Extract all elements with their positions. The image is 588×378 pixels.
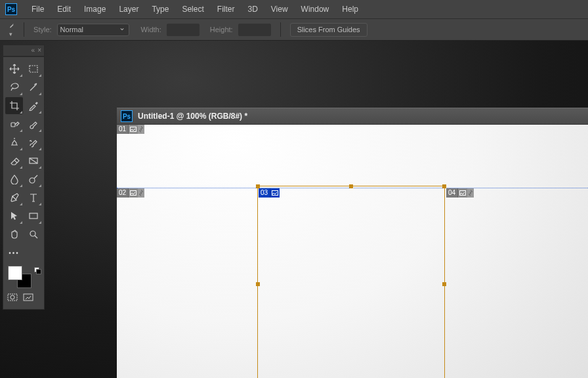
panel-collapse-icon[interactable]: «: [32, 47, 35, 54]
menu-file[interactable]: File: [25, 5, 51, 14]
menu-view[interactable]: View: [264, 5, 295, 14]
width-input[interactable]: [167, 24, 200, 36]
color-swatches[interactable]: [5, 266, 42, 288]
svg-rect-8: [24, 294, 33, 301]
slice-number: 02: [117, 188, 129, 198]
svg-rect-4: [30, 213, 37, 219]
crop-tool[interactable]: [5, 97, 23, 114]
quick-mask-icon[interactable]: [7, 292, 18, 304]
tools-panel: •••: [3, 56, 45, 310]
menu-layer[interactable]: Layer: [112, 5, 145, 14]
height-input[interactable]: [238, 24, 271, 36]
panel-close-icon[interactable]: ×: [37, 47, 41, 54]
divider: [24, 22, 24, 37]
menu-edit[interactable]: Edit: [51, 5, 77, 14]
style-select[interactable]: [57, 24, 129, 36]
default-colors-icon[interactable]: [34, 267, 41, 274]
resize-handle[interactable]: [349, 184, 353, 188]
height-label: Height:: [210, 26, 233, 33]
menu-select[interactable]: Select: [175, 5, 210, 14]
style-select-wrap[interactable]: [57, 24, 129, 36]
brush-tool[interactable]: [24, 116, 42, 133]
slice-type-icon: [129, 188, 138, 198]
svg-rect-0: [30, 66, 37, 72]
eraser-tool[interactable]: [5, 152, 23, 169]
document-window: Ps Untitled-1 @ 100% (RGB/8#) * 01 02 04: [117, 108, 588, 378]
resize-handle[interactable]: [256, 282, 260, 286]
slice-type-icon: [270, 188, 280, 198]
lasso-tool[interactable]: [5, 79, 23, 96]
eyedropper-tool[interactable]: [24, 97, 42, 114]
tools-panel-wrap: « ×: [3, 45, 45, 310]
slice-badge-03[interactable]: 03: [259, 188, 280, 198]
more-tools[interactable]: •••: [5, 244, 23, 261]
width-label: Width:: [141, 26, 161, 33]
divider: [280, 22, 281, 37]
menu-image[interactable]: Image: [77, 5, 112, 14]
tools-panel-header: « ×: [3, 45, 45, 56]
slices-from-guides-button[interactable]: Slices From Guides: [290, 23, 368, 37]
path-selection-tool[interactable]: [5, 207, 23, 224]
menu-bar: Ps File Edit Image Layer Type Select Fil…: [0, 0, 588, 18]
slice-type-icon: [129, 125, 138, 134]
svg-point-3: [30, 178, 35, 183]
slice-type-icon: [458, 188, 467, 198]
move-tool[interactable]: [5, 60, 23, 77]
gradient-tool[interactable]: [24, 152, 42, 169]
slice-tool-icon[interactable]: ▾: [9, 22, 14, 37]
slice-selection-rect[interactable]: [257, 186, 445, 378]
slice-link-icon: [138, 188, 144, 198]
empty-cell: [24, 244, 42, 261]
clone-stamp-tool[interactable]: [5, 134, 23, 151]
menu-filter[interactable]: Filter: [211, 5, 242, 14]
resize-handle[interactable]: [442, 282, 446, 286]
menu-window[interactable]: Window: [295, 5, 336, 14]
dodge-tool[interactable]: [24, 171, 42, 188]
history-brush-tool[interactable]: [24, 134, 42, 151]
app-logo-text: Ps: [7, 6, 15, 13]
spot-healing-tool[interactable]: [5, 116, 23, 133]
document-icon: Ps: [121, 110, 133, 122]
zoom-tool[interactable]: [24, 226, 42, 243]
slice-link-icon: [467, 188, 474, 198]
slice-number: 01: [117, 125, 129, 134]
canvas[interactable]: 01 02 04: [117, 125, 588, 378]
screen-mode-icon[interactable]: [23, 292, 33, 304]
svg-point-5: [30, 231, 35, 236]
resize-handle[interactable]: [442, 184, 446, 188]
magic-wand-tool[interactable]: [24, 79, 42, 96]
hand-tool[interactable]: [5, 226, 23, 243]
svg-point-7: [10, 295, 14, 299]
pen-tool[interactable]: [5, 189, 23, 206]
slice-badge-02[interactable]: 02: [117, 188, 144, 198]
rectangular-marquee-tool[interactable]: [24, 60, 42, 77]
document-title: Untitled-1 @ 100% (RGB/8#) *: [138, 112, 247, 121]
slice-number: 03: [259, 188, 270, 198]
document-titlebar[interactable]: Ps Untitled-1 @ 100% (RGB/8#) *: [117, 108, 588, 125]
type-tool[interactable]: [24, 189, 42, 206]
app-logo: Ps: [5, 3, 17, 15]
slice-link-icon: [138, 125, 144, 134]
slice-badge-01[interactable]: 01: [117, 125, 144, 134]
style-label: Style:: [33, 26, 52, 33]
menu-type[interactable]: Type: [145, 5, 175, 14]
menu-help[interactable]: Help: [335, 5, 365, 14]
slice-number: 04: [446, 188, 458, 198]
menu-3d[interactable]: 3D: [241, 5, 264, 14]
slice-badge-04[interactable]: 04: [446, 188, 474, 198]
blur-tool[interactable]: [5, 171, 23, 188]
options-bar: ▾ Style: Width: Height: Slices From Guid…: [0, 18, 588, 41]
foreground-color-swatch[interactable]: [8, 266, 22, 280]
rectangle-shape-tool[interactable]: [24, 207, 42, 224]
svg-rect-1: [11, 123, 15, 127]
